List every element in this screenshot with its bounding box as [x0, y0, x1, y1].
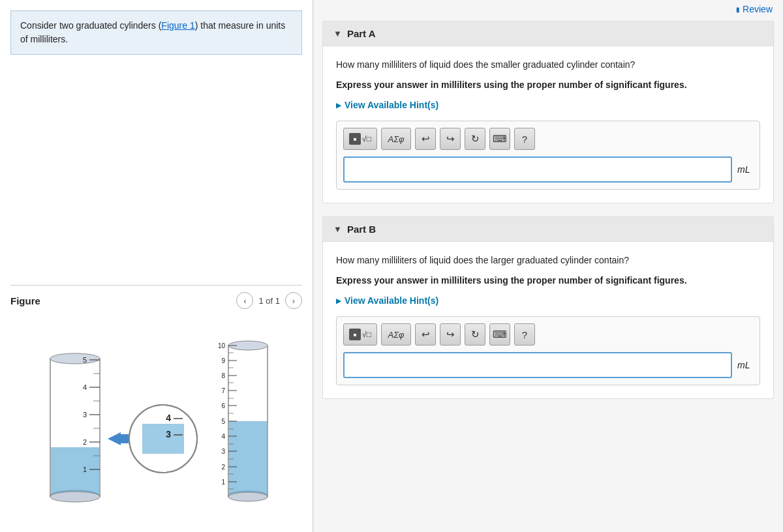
- undo-icon: ↩: [422, 133, 430, 145]
- svg-point-4: [50, 492, 100, 502]
- part-b-undo-button[interactable]: ↩: [415, 323, 436, 346]
- part-a-greek-label: ΑΣφ: [388, 134, 405, 144]
- figure-section: Figure ‹ 1 of 1 ›: [0, 285, 313, 532]
- svg-rect-20: [121, 434, 129, 443]
- part-b-refresh-button[interactable]: ↻: [465, 323, 485, 346]
- svg-rect-30: [229, 421, 267, 497]
- part-b-answer-box: ■ √□ ΑΣφ ↩ ↪ ↻ ⌨: [336, 316, 760, 385]
- part-b-redo-button[interactable]: ↪: [440, 323, 461, 346]
- part-a-section: ▼ Part A How many milliliters of liquid …: [322, 21, 774, 203]
- part-a-undo-button[interactable]: ↩: [415, 128, 436, 150]
- svg-text:4: 4: [82, 383, 86, 391]
- part-a-math-button[interactable]: ■ √□: [343, 128, 377, 150]
- review-bar: Review: [313, 0, 783, 14]
- help-icon: ?: [522, 134, 527, 145]
- part-a-header[interactable]: ▼ Part A: [323, 22, 773, 46]
- right-panel: Review ▼ Part A How many milliliters of …: [313, 0, 783, 532]
- figure-image-area: 1 2 3 4 5: [10, 313, 302, 522]
- part-a-question: How many milliliters of liquid does the …: [336, 58, 760, 72]
- cylinders-svg: 1 2 3 4 5: [20, 319, 294, 515]
- math-box-icon: ■: [349, 133, 361, 145]
- svg-text:5: 5: [82, 356, 86, 364]
- part-b-help-icon: ?: [522, 329, 527, 340]
- svg-text:10: 10: [217, 342, 225, 349]
- part-b-undo-icon: ↩: [422, 329, 430, 340]
- part-a-math-label: √□: [362, 134, 371, 143]
- figure-nav: ‹ 1 of 1 ›: [236, 292, 302, 309]
- part-b-header[interactable]: ▼ Part B: [323, 217, 773, 242]
- svg-text:4: 4: [221, 433, 225, 440]
- part-a-input-row: mL: [343, 156, 753, 183]
- svg-text:9: 9: [221, 357, 225, 364]
- part-b-instruction: Express your answer in milliliters using…: [336, 274, 760, 288]
- svg-text:1: 1: [221, 479, 225, 486]
- part-a-greek-button[interactable]: ΑΣφ: [381, 128, 411, 150]
- review-link[interactable]: Review: [736, 4, 773, 14]
- part-b-answer-input[interactable]: [343, 352, 732, 378]
- part-b-body: How many milliliters of liquid does the …: [323, 242, 773, 398]
- part-a-body: How many milliliters of liquid does the …: [323, 46, 773, 203]
- figure-next-button[interactable]: ›: [285, 292, 302, 309]
- part-a-hint-link[interactable]: View Available Hint(s): [336, 100, 760, 110]
- part-b-refresh-icon: ↻: [471, 329, 480, 340]
- part-a-title: Part A: [347, 28, 376, 39]
- svg-text:2: 2: [82, 438, 86, 446]
- keyboard-icon: ⌨: [493, 133, 507, 145]
- part-a-keyboard-button[interactable]: ⌨: [489, 128, 510, 150]
- svg-text:3: 3: [82, 411, 86, 419]
- part-a-answer-input[interactable]: [343, 156, 732, 183]
- part-b-unit: mL: [737, 360, 753, 370]
- part-b-question: How many milliliters of liquid does the …: [336, 254, 760, 267]
- problem-text-before: Consider two graduated cylinders (: [20, 20, 161, 31]
- svg-rect-2: [51, 447, 99, 497]
- part-b-math-button[interactable]: ■ √□: [343, 323, 377, 346]
- svg-point-3: [50, 353, 100, 364]
- svg-point-32: [228, 492, 268, 501]
- part-b-keyboard-button[interactable]: ⌨: [489, 323, 510, 346]
- part-a-arrow-icon: ▼: [333, 29, 342, 38]
- problem-text-box: Consider two graduated cylinders (Figure…: [10, 10, 302, 55]
- part-a-refresh-button[interactable]: ↻: [465, 128, 485, 150]
- part-b-redo-icon: ↪: [446, 329, 455, 340]
- part-b-greek-button[interactable]: ΑΣφ: [381, 323, 411, 346]
- part-b-greek-label: ΑΣφ: [388, 330, 405, 340]
- part-b-help-button[interactable]: ?: [514, 323, 535, 346]
- part-b-toolbar: ■ √□ ΑΣφ ↩ ↪ ↻ ⌨: [343, 323, 753, 346]
- part-a-answer-box: ■ √□ ΑΣφ ↩ ↪ ↻ ⌨: [336, 121, 760, 190]
- part-b-input-row: mL: [343, 352, 753, 378]
- svg-text:7: 7: [221, 387, 225, 394]
- left-panel: Consider two graduated cylinders (Figure…: [0, 0, 313, 532]
- redo-icon: ↪: [446, 133, 455, 145]
- part-a-help-button[interactable]: ?: [514, 128, 535, 150]
- part-b-arrow-icon: ▼: [333, 224, 342, 234]
- svg-text:3: 3: [166, 429, 171, 439]
- svg-text:1: 1: [82, 466, 86, 473]
- svg-text:6: 6: [221, 402, 225, 409]
- part-b-math-label: √□: [362, 330, 371, 339]
- part-b-hint-link[interactable]: View Available Hint(s): [336, 295, 760, 306]
- svg-text:4: 4: [166, 413, 171, 423]
- svg-text:2: 2: [221, 464, 225, 471]
- part-a-redo-button[interactable]: ↪: [440, 128, 461, 150]
- svg-text:8: 8: [221, 372, 225, 379]
- figure-link[interactable]: Figure 1: [161, 20, 194, 31]
- part-b-keyboard-icon: ⌨: [493, 329, 507, 340]
- part-b-math-box-icon: ■: [349, 329, 361, 340]
- figure-prev-button[interactable]: ‹: [236, 292, 253, 309]
- figure-title: Figure: [10, 295, 40, 306]
- svg-text:3: 3: [221, 448, 225, 455]
- figure-of-label: 1 of 1: [258, 296, 280, 306]
- refresh-icon: ↻: [471, 133, 480, 145]
- part-a-toolbar: ■ √□ ΑΣφ ↩ ↪ ↻ ⌨: [343, 128, 753, 150]
- figure-header: Figure ‹ 1 of 1 ›: [10, 285, 302, 313]
- part-b-title: Part B: [347, 224, 376, 235]
- part-b-section: ▼ Part B How many milliliters of liquid …: [322, 216, 774, 399]
- svg-text:5: 5: [221, 418, 225, 425]
- part-a-unit: mL: [737, 164, 753, 175]
- svg-marker-19: [108, 432, 121, 445]
- svg-rect-22: [142, 424, 184, 454]
- part-a-instruction: Express your answer in milliliters using…: [336, 78, 760, 92]
